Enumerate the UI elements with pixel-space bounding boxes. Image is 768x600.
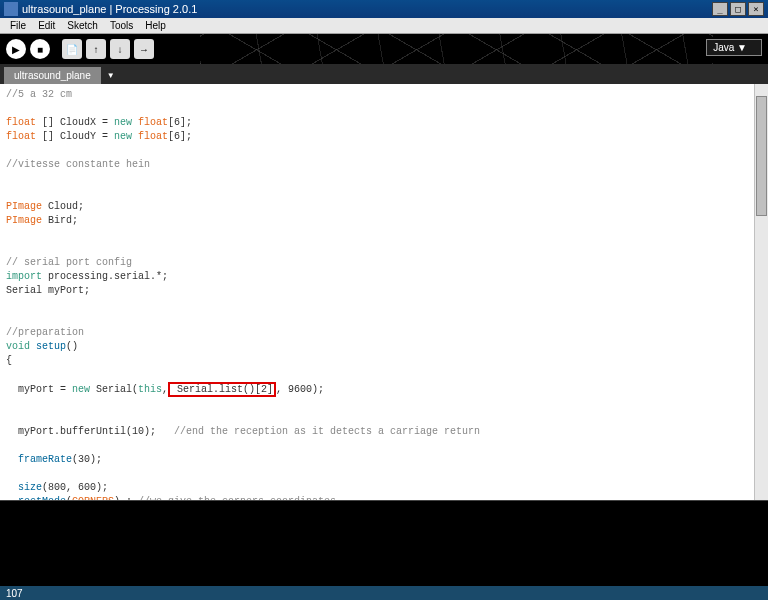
editor: //5 a 32 cm float [] CloudX = new float[… [0,84,768,500]
scrollbar-thumb[interactable] [756,96,767,216]
save-button[interactable]: ↓ [110,39,130,59]
titlebar-text: ultrasound_plane | Processing 2.0.1 [22,3,712,15]
stop-button[interactable]: ■ [30,39,50,59]
menu-file[interactable]: File [4,20,32,31]
maximize-button[interactable]: □ [730,2,746,16]
open-button[interactable]: ↑ [86,39,106,59]
export-button[interactable]: → [134,39,154,59]
tab-dropdown[interactable]: ▼ [103,66,119,84]
toolbar: ▶ ■ 📄 ↑ ↓ → Java ▼ [0,34,768,64]
run-button[interactable]: ▶ [6,39,26,59]
code-area[interactable]: //5 a 32 cm float [] CloudX = new float[… [0,84,754,500]
menubar: File Edit Sketch Tools Help [0,18,768,34]
statusbar: 107 [0,586,768,600]
menu-edit[interactable]: Edit [32,20,61,31]
toolbar-decoration [200,34,713,64]
line-number: 107 [6,588,23,599]
menu-tools[interactable]: Tools [104,20,139,31]
close-button[interactable]: × [748,2,764,16]
titlebar: ultrasound_plane | Processing 2.0.1 _ □ … [0,0,768,18]
highlighted-code: Serial.list()[2] [168,382,276,397]
menu-help[interactable]: Help [139,20,172,31]
tab-label: ultrasound_plane [14,70,91,81]
console[interactable] [0,500,768,586]
mode-selector[interactable]: Java ▼ [706,39,762,56]
app-icon [4,2,18,16]
scrollbar[interactable] [754,84,768,500]
minimize-button[interactable]: _ [712,2,728,16]
new-button[interactable]: 📄 [62,39,82,59]
tabbar: ultrasound_plane ▼ [0,64,768,84]
window-controls: _ □ × [712,2,764,16]
tab-sketch[interactable]: ultrasound_plane [4,67,101,84]
menu-sketch[interactable]: Sketch [61,20,104,31]
